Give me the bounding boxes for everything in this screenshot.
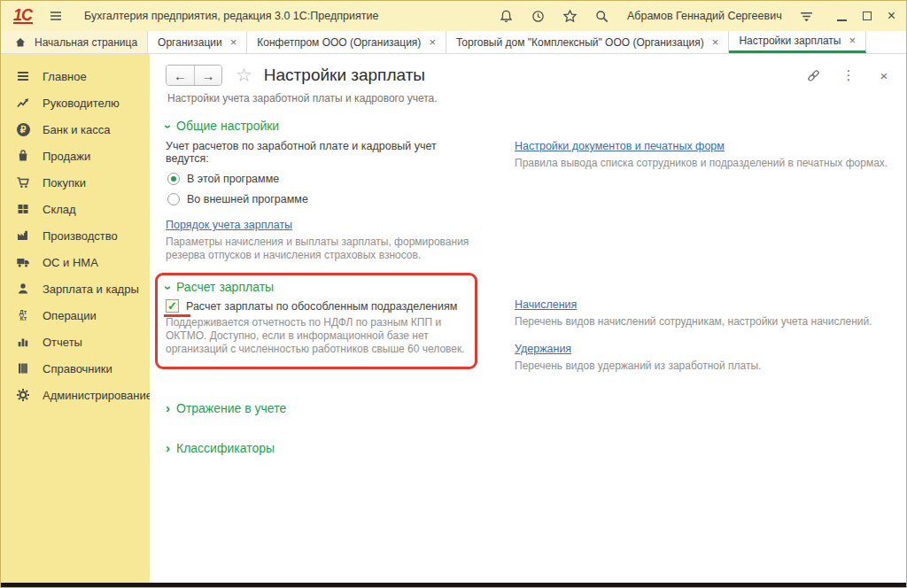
section-header-label: Отражение в учете (176, 401, 286, 415)
service-menu-icon[interactable] (798, 7, 816, 25)
radio-this-program[interactable]: В этой программе (166, 173, 477, 185)
tab-konfetprom[interactable]: Конфетпром ООО (Организация) × (247, 31, 446, 53)
chevron-down-icon: › (164, 286, 173, 290)
tab-organizations[interactable]: Организации × (148, 31, 247, 53)
documents-print-forms-link[interactable]: Настройки документов и печатных форм (515, 140, 725, 152)
tab-salary-settings[interactable]: Настройки зарплаты × (729, 31, 866, 53)
favorites-star-icon[interactable] (562, 7, 579, 25)
sidebar-item-operacii[interactable]: ДтКт Операции (1, 302, 150, 329)
radio-label: Во внешней программе (187, 193, 308, 205)
general-settings-right: Настройки документов и печатных форм Пра… (515, 119, 892, 262)
sidebar-item-label: Главное (43, 70, 87, 83)
tab-label: Торговый дом "Комплексный" ООО (Организа… (456, 36, 704, 49)
tab-label: Организации (158, 36, 222, 49)
ruble-icon: ₽ (15, 121, 31, 137)
separate-divisions-desc: Поддерживается отчетность по НДФЛ по раз… (166, 316, 466, 356)
salary-accounting-order-desc: Параметры начисления и выплаты зарплаты,… (166, 236, 477, 262)
gear-icon (15, 387, 31, 403)
general-settings-left: › Общие настройки Учет расчетов по зараб… (166, 119, 477, 262)
sidebar-item-bank-i-kassa[interactable]: ₽ Банк и касса (1, 116, 150, 143)
tab-torgovy-dom[interactable]: Торговый дом "Комплексный" ООО (Организа… (446, 31, 729, 53)
separate-divisions-checkbox-row[interactable]: ✓ Расчет зарплаты по обособленным подраз… (166, 299, 466, 313)
accruals-link[interactable]: Начисления (515, 298, 577, 311)
sidebar-item-os-i-nma[interactable]: ОС и НМА (1, 249, 150, 275)
section-reflection-in-accounting[interactable]: › Отражение в учете (166, 401, 892, 415)
deductions-link[interactable]: Удержания (515, 343, 571, 355)
tab-bar: Начальная страница Организации × Конфетп… (1, 31, 906, 54)
red-highlight-box: › Расчет зарплаты ✓ Расчет зарплаты по о… (155, 273, 477, 369)
sidebar-item-spravochniki[interactable]: Справочники (1, 355, 150, 382)
home-icon (12, 35, 28, 50)
accruals-block: Начисления Перечень видов начислений сот… (515, 296, 892, 329)
more-actions-icon[interactable]: ⋮ (841, 67, 857, 83)
maximize-icon[interactable] (863, 12, 872, 20)
sidebar-item-otchety[interactable]: Отчеты (1, 329, 150, 355)
history-icon[interactable] (530, 7, 547, 25)
close-form-icon[interactable]: × (876, 67, 892, 83)
sidebar: Главное Руководителю ₽ Банк и касса Прод… (1, 54, 150, 584)
section-general-settings[interactable]: › Общие настройки (166, 119, 477, 133)
section-classifiers[interactable]: › Классификаторы (166, 441, 892, 455)
page-subtitle: Настройки учета заработной платы и кадро… (167, 92, 892, 104)
main-menu-icon[interactable] (47, 7, 65, 25)
title-bar: 1С Бухгалтерия предприятия, редакция 3.0… (1, 1, 906, 31)
sidebar-item-rukovoditelyu[interactable]: Руководителю (1, 89, 150, 116)
cart-icon (15, 174, 31, 190)
sidebar-item-proizvodstvo[interactable]: Производство (1, 222, 150, 249)
sidebar-item-label: Администрирование (43, 389, 152, 402)
window-title: Бухгалтерия предприятия, редакция 3.0 1С… (84, 10, 378, 22)
minimize-icon[interactable] (837, 12, 847, 21)
sidebar-item-pokupki[interactable]: Покупки (1, 169, 150, 196)
tab-label: Настройки зарплаты (739, 35, 841, 47)
radio-external-program[interactable]: Во внешней программе (166, 193, 477, 205)
forward-button[interactable]: → (194, 66, 221, 85)
section-header-label: Общие настройки (176, 119, 279, 133)
tab-close-icon[interactable]: × (712, 38, 719, 47)
salary-accounting-order-link[interactable]: Порядок учета зарплаты (166, 219, 292, 231)
warehouse-icon (15, 201, 31, 217)
chevron-right-icon: › (166, 404, 170, 413)
sidebar-item-label: Покупки (43, 176, 86, 190)
window-bottom-edge (1, 583, 906, 587)
back-button[interactable]: ← (167, 66, 194, 85)
tab-close-icon[interactable]: × (849, 36, 856, 45)
bar-chart-icon (15, 334, 31, 350)
sidebar-item-glavnoe[interactable]: Главное (1, 63, 150, 89)
section-salary-calc[interactable]: › Расчет зарплаты (166, 280, 466, 294)
checkbox-checked-icon[interactable]: ✓ (166, 299, 179, 313)
sidebar-item-label: Операции (43, 309, 97, 322)
search-icon[interactable] (593, 7, 611, 25)
favorite-star-icon[interactable]: ☆ (236, 66, 252, 84)
tab-home-page[interactable]: Начальная страница (1, 31, 148, 53)
red-underline-annotation (164, 314, 190, 317)
tab-label: Конфетпром ООО (Организация) (257, 36, 421, 49)
sidebar-item-zarplata-i-kadry[interactable]: Зарплата и кадры (1, 275, 150, 302)
book-icon (15, 360, 31, 376)
sidebar-item-label: Банк и касса (43, 123, 111, 136)
sidebar-item-sklad[interactable]: Склад (1, 196, 150, 222)
current-user[interactable]: Абрамов Геннадий Сергеевич (627, 10, 782, 22)
sidebar-item-label: Справочники (43, 362, 112, 375)
page-title: Настройки зарплаты (264, 66, 425, 85)
radio-label: В этой программе (187, 173, 279, 185)
tab-close-icon[interactable]: × (429, 38, 436, 47)
deductions-block: Удержания Перечень видов удержаний из за… (515, 340, 892, 373)
chevron-down-icon: › (164, 125, 173, 129)
salary-settings-panel: ← → ☆ Настройки зарплаты ⋮ × Настройки у… (150, 54, 906, 584)
radio-selected-icon[interactable] (167, 173, 180, 185)
close-window-icon[interactable]: × (888, 12, 895, 20)
app-window: 1С Бухгалтерия предприятия, редакция 3.0… (0, 0, 907, 588)
radio-unselected-icon[interactable] (167, 193, 180, 205)
sidebar-item-label: Склад (43, 203, 76, 216)
salary-calc-left: › Расчет зарплаты ✓ Расчет зарплаты по о… (166, 273, 477, 373)
checkbox-label: Расчет зарплаты по обособленным подразде… (186, 300, 457, 313)
get-link-icon[interactable] (805, 67, 821, 83)
sidebar-item-administrirovanie[interactable]: Администрирование (1, 382, 150, 408)
bag-icon (15, 148, 31, 164)
notifications-bell-icon[interactable] (498, 7, 516, 25)
sidebar-item-prodazhi[interactable]: Продажи (1, 143, 150, 169)
dtkt-icon: ДтКт (15, 307, 31, 323)
chevron-right-icon: › (166, 444, 170, 453)
tab-close-icon[interactable]: × (230, 38, 237, 47)
sidebar-item-label: Отчеты (43, 336, 82, 349)
